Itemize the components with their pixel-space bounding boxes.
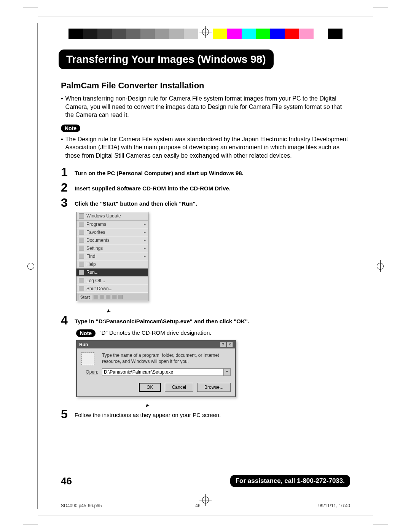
help-icon: ? xyxy=(220,342,226,347)
open-label: Open: xyxy=(81,369,98,375)
run-dialog-titlebar: Run ? × xyxy=(77,341,235,348)
note-block: Note xyxy=(61,125,350,132)
start-menu-item: Run... xyxy=(76,268,148,276)
note-badge: Note xyxy=(61,125,80,132)
intro-paragraph: • When transferring non-Design rule for … xyxy=(61,94,350,119)
assistance-callout: For assistance, call 1-800-272-7033. xyxy=(230,475,350,487)
registration-mark-icon xyxy=(25,260,37,272)
run-icon xyxy=(81,352,94,365)
step-1: 1 Turn on the PC (Personal Computer) and… xyxy=(61,166,350,178)
registration-mark-icon xyxy=(374,260,386,272)
start-button: Start xyxy=(78,294,92,300)
step-4-note: Note "D" Denotes the CD-ROM drive design… xyxy=(76,329,350,337)
menu-item-icon xyxy=(79,254,84,259)
taskbar-icon xyxy=(106,295,110,299)
menu-item-icon xyxy=(79,246,84,251)
taskbar: Start xyxy=(76,293,148,301)
run-dialog-screenshot: Run ? × Type the name of a program, fold… xyxy=(76,340,236,397)
page-title: Transferring Your Images (Windows 98) xyxy=(59,50,274,69)
step-3: 3 Click the "Start" button and then clic… xyxy=(61,197,350,209)
note-paragraph: • The Design rule for Camera File system… xyxy=(61,135,350,160)
menu-item-icon xyxy=(79,230,84,235)
run-open-input[interactable] xyxy=(102,368,224,376)
print-meta: SD4090.p45-66.p65 46 99/11/11, 16:40 xyxy=(61,503,350,508)
menu-item-icon xyxy=(79,286,84,291)
taskbar-icon xyxy=(118,295,123,299)
start-menu-item: Documents▸ xyxy=(76,236,148,244)
step-5: 5 Follow the instructions as they appear… xyxy=(61,408,350,420)
menu-item-icon xyxy=(79,278,84,283)
section-heading: PalmCam File Converter Installation xyxy=(61,81,350,91)
step-4: 4 Type in "D:\Panasonic\Palmcam\Setup.ex… xyxy=(61,314,350,326)
chevron-right-icon: ▸ xyxy=(144,238,146,242)
run-prompt-text: Type the name of a program, folder, docu… xyxy=(102,353,231,364)
start-menu-item: Help xyxy=(76,260,148,268)
taskbar-icon xyxy=(112,295,116,299)
start-menu-item: Programs▸ xyxy=(76,220,148,228)
menu-item-icon xyxy=(79,238,84,243)
chevron-right-icon: ▸ xyxy=(144,230,146,234)
page-content: Transferring Your Images (Windows 98) Pa… xyxy=(61,50,350,423)
ok-button[interactable]: OK xyxy=(139,383,161,392)
chevron-right-icon: ▸ xyxy=(144,246,146,250)
taskbar-icon xyxy=(94,295,98,299)
browse-button[interactable]: Browse... xyxy=(197,383,231,392)
taskbar-icon xyxy=(100,295,104,299)
step-2: 2 Insert supplied Software CD-ROM into t… xyxy=(61,181,350,193)
page-number: 46 xyxy=(61,475,72,487)
menu-item-icon xyxy=(79,213,84,219)
page-footer: 46 For assistance, call 1-800-272-7033. xyxy=(61,475,350,487)
menu-item-icon xyxy=(79,270,84,275)
start-menu-item: Find▸ xyxy=(76,252,148,260)
start-menu-item: Windows Update xyxy=(76,212,148,220)
close-icon: × xyxy=(227,342,233,347)
chevron-down-icon[interactable]: ▾ xyxy=(224,368,231,376)
chevron-right-icon: ▸ xyxy=(144,254,146,258)
start-menu-item: Log Off... xyxy=(76,277,148,285)
start-menu-item: Settings▸ xyxy=(76,244,148,252)
start-menu-screenshot: Windows UpdatePrograms▸Favorites▸Documen… xyxy=(76,212,148,301)
cancel-button[interactable]: Cancel xyxy=(165,383,193,392)
start-menu-item: Favorites▸ xyxy=(76,228,148,236)
start-menu-item: Shut Down... xyxy=(76,285,148,293)
registration-mark-icon xyxy=(199,26,212,38)
menu-item-icon xyxy=(79,262,84,267)
chevron-right-icon: ▸ xyxy=(144,222,146,226)
menu-item-icon xyxy=(79,222,84,227)
